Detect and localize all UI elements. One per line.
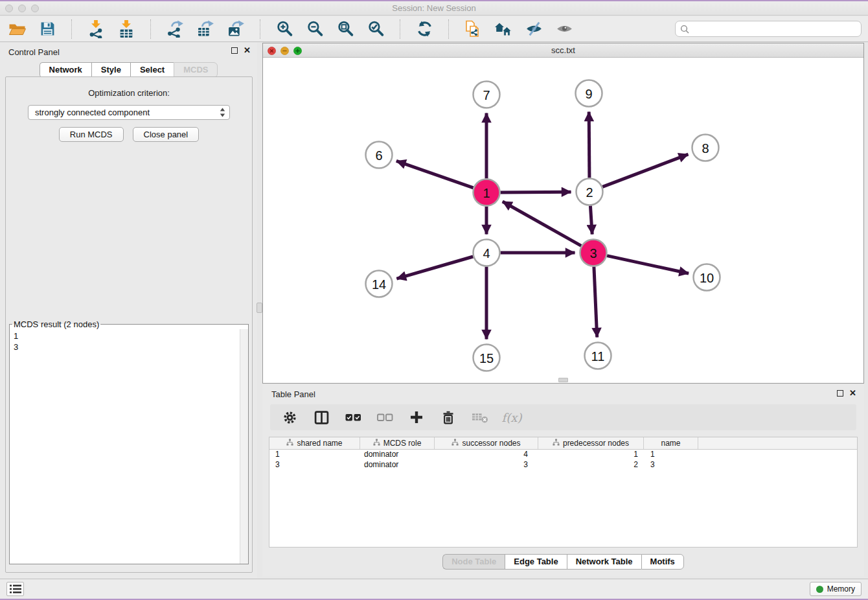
app-titlebar: Session: New Session <box>0 1 868 16</box>
edge-2-9[interactable] <box>589 112 589 178</box>
import-network-icon[interactable] <box>86 19 106 40</box>
delete-columns-icon[interactable] <box>438 408 459 427</box>
node-label-7: 7 <box>483 88 490 102</box>
minimize-window-icon[interactable] <box>18 5 26 12</box>
function-builder-icon[interactable]: f(x) <box>501 408 522 427</box>
maximize-window-icon[interactable] <box>31 5 39 12</box>
edge-1-6[interactable] <box>396 161 474 188</box>
table-cell[interactable]: 2 <box>538 460 644 470</box>
table-settings-icon[interactable] <box>279 408 300 427</box>
canvas-grip[interactable] <box>558 378 568 382</box>
table-panel-title: Table Panel <box>271 389 315 399</box>
close-panel-button[interactable]: Close panel <box>133 127 200 142</box>
table-cell[interactable]: 3 <box>269 460 360 470</box>
table-cell[interactable]: 3 <box>435 460 538 470</box>
node-label-2: 2 <box>586 185 593 200</box>
hide-graphics-details-icon[interactable] <box>523 19 544 40</box>
table-cell[interactable]: 1 <box>538 450 644 460</box>
toolbar-separator <box>71 19 72 39</box>
panel-divider-handle[interactable] <box>257 303 262 313</box>
close-panel-icon[interactable]: ✕ <box>244 47 251 54</box>
tab-mcds[interactable]: MCDS <box>174 62 218 78</box>
result-item[interactable]: 1 <box>14 330 236 341</box>
mcds-result-box: MCDS result (2 nodes) 1 3 <box>9 319 249 564</box>
mcds-result-list[interactable]: 1 3 <box>10 329 240 564</box>
network-canvas[interactable]: 1234678910111415 <box>263 58 863 383</box>
table-cell[interactable]: dominator <box>360 450 435 460</box>
home-networks-icon[interactable] <box>493 19 514 40</box>
node-label-14: 14 <box>372 277 386 292</box>
table-cell[interactable]: 4 <box>435 450 538 460</box>
optimization-criterion-select[interactable]: strongly connected component <box>28 105 230 120</box>
close-window-icon[interactable] <box>5 5 13 12</box>
tab-node-table[interactable]: Node Table <box>442 554 505 570</box>
add-column-icon[interactable] <box>406 408 427 427</box>
column-header[interactable]: MCDS role <box>360 437 435 449</box>
task-list-button[interactable] <box>6 582 24 596</box>
network-window-titlebar: scc.txt <box>263 43 863 58</box>
mcds-panel: Optimization criterion: strongly connect… <box>5 76 253 573</box>
network-title: scc.txt <box>263 43 863 58</box>
table-row[interactable]: 3dominator323 <box>269 460 857 470</box>
apply-layout-icon[interactable] <box>414 19 435 40</box>
edge-2-8[interactable] <box>602 154 688 187</box>
network-minimize-icon[interactable] <box>280 46 289 58</box>
save-session-icon[interactable] <box>37 19 58 40</box>
network-from-selection-icon[interactable] <box>463 19 483 40</box>
search-box[interactable] <box>675 21 862 37</box>
column-header[interactable]: predecessor nodes <box>538 437 644 449</box>
export-table-icon[interactable] <box>195 19 216 40</box>
tab-select[interactable]: Select <box>130 62 174 78</box>
split-view-icon[interactable] <box>311 408 332 427</box>
tab-network-table[interactable]: Network Table <box>567 554 641 570</box>
export-network-icon[interactable] <box>165 19 185 40</box>
zoom-in-icon[interactable] <box>274 19 295 40</box>
control-panel-title: Control Panel <box>8 47 60 57</box>
zoom-out-icon[interactable] <box>304 19 325 40</box>
edge-3-1[interactable] <box>503 202 582 246</box>
app-traffic-lights[interactable] <box>5 5 39 12</box>
column-header[interactable]: successor nodes <box>435 437 538 449</box>
toolbar-separator <box>448 19 449 39</box>
edge-2-3[interactable] <box>590 206 592 235</box>
open-session-icon[interactable] <box>6 19 27 40</box>
close-table-panel-icon[interactable]: ✕ <box>849 390 856 397</box>
zoom-selected-icon[interactable] <box>365 19 386 40</box>
zoom-fit-icon[interactable] <box>335 19 356 40</box>
table-cell[interactable]: dominator <box>360 460 435 470</box>
table-row[interactable]: 1dominator411 <box>269 450 857 460</box>
tab-edge-table[interactable]: Edge Table <box>505 554 566 570</box>
column-header[interactable]: shared name <box>269 437 360 449</box>
table-cell[interactable]: 3 <box>644 460 698 470</box>
unselect-all-columns-icon[interactable] <box>374 408 395 427</box>
edge-3-10[interactable] <box>607 256 689 273</box>
memory-label: Memory <box>827 584 855 594</box>
edge-4-14[interactable] <box>396 257 473 279</box>
edge-3-11[interactable] <box>594 267 597 338</box>
edge-1-2[interactable] <box>501 192 571 192</box>
import-table-icon[interactable] <box>116 19 137 40</box>
float-table-panel-icon[interactable] <box>837 390 843 397</box>
table-cell[interactable]: 1 <box>269 450 360 460</box>
result-item[interactable]: 3 <box>14 341 236 352</box>
select-all-columns-icon[interactable] <box>343 408 363 427</box>
list-icon <box>10 584 21 594</box>
column-label: shared name <box>297 439 342 448</box>
show-graphics-details-icon[interactable] <box>554 19 575 40</box>
run-mcds-button[interactable]: Run MCDS <box>59 127 124 142</box>
search-input[interactable] <box>692 25 856 34</box>
tab-style[interactable]: Style <box>91 62 130 78</box>
delete-table-icon[interactable] <box>470 408 490 427</box>
result-scrollbar[interactable] <box>240 329 248 564</box>
network-close-icon[interactable] <box>268 46 276 58</box>
network-maximize-icon[interactable] <box>293 46 302 58</box>
search-icon <box>680 25 689 34</box>
float-panel-icon[interactable] <box>231 47 238 54</box>
export-image-icon[interactable] <box>225 19 246 40</box>
table-panel-header: Table Panel ✕ <box>262 385 864 402</box>
tab-network[interactable]: Network <box>40 62 91 78</box>
memory-button[interactable]: Memory <box>810 582 862 596</box>
column-header[interactable]: name <box>644 437 698 449</box>
tab-motifs[interactable]: Motifs <box>641 554 684 570</box>
table-cell[interactable]: 1 <box>644 450 698 460</box>
